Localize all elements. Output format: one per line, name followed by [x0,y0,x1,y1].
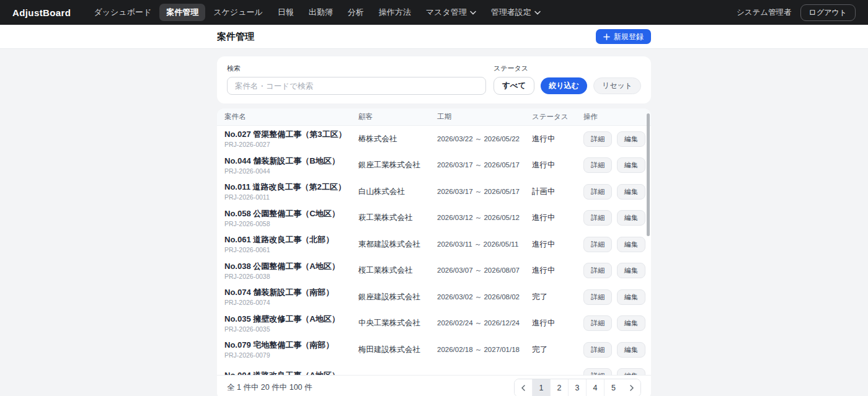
table-row: No.044 舗装新設工事（B地区） PRJ-2026-0044 銀座工業株式会… [217,152,651,179]
table-footer: 全 1 件中 20 件中 100 件 12345 [217,375,651,396]
detail-button[interactable]: 詳細 [583,210,612,226]
edit-button[interactable]: 編集 [617,184,645,200]
chevron-down-icon [534,11,541,15]
page-header: 案件管理 新規登録 [0,25,868,49]
edit-button[interactable]: 編集 [617,342,645,358]
pagination-page-button[interactable]: 5 [604,379,622,396]
customer-name: 中央工業株式会社 [358,318,437,328]
edit-button[interactable]: 編集 [617,131,645,147]
project-period: 2026/03/17 ～ 2026/05/17 [437,161,532,170]
filter-apply-button[interactable]: 絞り込む [541,77,587,94]
nav-item[interactable]: マスタ管理 [419,4,483,21]
project-code: PRJ-2026-0027 [224,141,358,148]
edit-button[interactable]: 編集 [617,237,645,252]
nav-item[interactable]: 分析 [341,4,371,21]
status-label: ステータス [494,64,641,73]
edit-button[interactable]: 編集 [617,263,645,278]
detail-button[interactable]: 詳細 [583,315,612,331]
table-row: No.058 公園整備工事（C地区） PRJ-2026-0058 萩工業株式会社… [217,205,651,232]
nav-item[interactable]: 出勤簿 [302,4,340,21]
detail-button[interactable]: 詳細 [583,289,612,305]
new-project-button[interactable]: 新規登録 [596,29,651,44]
pagination-prev-button[interactable] [515,379,533,396]
project-period: 2026/03/22 ～ 2026/05/22 [437,134,532,144]
project-name: No.061 道路改良工事（北部） [224,235,358,245]
table-row: No.004 道路改良工事（A地区） 詳細 編集 [217,363,651,376]
project-code: PRJ-2026-0035 [224,325,358,333]
vertical-scrollbar-thumb[interactable] [647,113,650,236]
project-code: PRJ-2026-0079 [224,351,358,359]
project-period: 2026/02/18 ～ 2027/01/18 [437,345,532,354]
pagination-page-button[interactable]: 1 [533,379,551,396]
project-status: 完了 [532,292,583,302]
project-period: 2026/03/07 ～ 2026/08/07 [437,266,532,275]
pagination-page-button[interactable]: 2 [551,379,569,396]
customer-name: 椿株式会社 [358,134,437,144]
detail-button[interactable]: 詳細 [583,131,612,147]
new-project-button-label: 新規登録 [614,32,644,42]
nav-item-label: 分析 [348,7,364,18]
nav-item[interactable]: 操作方法 [372,4,418,21]
project-name: No.058 公園整備工事（C地区） [224,209,358,219]
project-code: PRJ-2026-0044 [224,167,358,175]
status-select[interactable]: すべて [494,77,534,95]
pagination-next-button[interactable] [622,379,640,396]
detail-button[interactable]: 詳細 [583,237,612,252]
nav-item[interactable]: ダッシュボード [87,4,158,21]
table-row: No.027 管渠整備工事（第3工区） PRJ-2026-0027 椿株式会社 … [217,126,651,152]
edit-button[interactable]: 編集 [617,289,645,305]
edit-button[interactable]: 編集 [617,368,645,375]
table-row: No.061 道路改良工事（北部） PRJ-2026-0061 東都建設株式会社… [217,231,651,258]
detail-button[interactable]: 詳細 [583,368,612,375]
nav-item-label: スケジュール [213,7,263,18]
logout-button[interactable]: ログアウト [800,4,856,21]
nav-item-label: 管理者設定 [491,7,531,18]
project-period: 2026/03/17 ～ 2026/05/17 [437,187,532,196]
project-status: 進行中 [532,318,583,328]
detail-button[interactable]: 詳細 [583,263,612,278]
detail-button[interactable]: 詳細 [583,184,612,200]
edit-button[interactable]: 編集 [617,210,645,226]
project-code: PRJ-2026-0011 [224,193,358,201]
project-status: 進行中 [532,160,583,170]
edit-button[interactable]: 編集 [617,315,645,331]
project-status: 進行中 [532,265,583,276]
column-header-actions: 操作 [583,112,651,121]
column-header-name: 案件名 [224,112,358,121]
pagination-page-button[interactable]: 3 [569,379,587,396]
nav-item-label: マスタ管理 [426,7,467,18]
column-header-period: 工期 [437,112,532,121]
search-label: 検索 [227,64,486,73]
pagination-page-button[interactable]: 4 [587,379,604,396]
nav-item[interactable]: 案件管理 [159,4,205,21]
project-period: 2026/03/11 ～ 2026/05/11 [437,240,532,249]
project-code: PRJ-2026-0058 [224,220,358,227]
filter-reset-button[interactable]: リセット [593,77,641,94]
project-name: No.027 管渠整備工事（第3工区） [224,130,358,139]
table-header-row: 案件名 顧客 工期 ステータス 操作 [217,108,651,126]
search-input[interactable] [227,77,486,95]
topbar-right: システム管理者 ログアウト [737,4,856,21]
edit-button[interactable]: 編集 [617,157,645,173]
project-name: No.035 擁壁改修工事（A地区） [224,314,358,324]
chevron-left-icon [521,385,526,391]
table-row: No.011 道路改良工事（第2工区） PRJ-2026-0011 白山株式会社… [217,178,651,205]
project-name: No.044 舗装新設工事（B地区） [224,156,358,166]
project-status: 進行中 [532,134,583,144]
nav-item[interactable]: 管理者設定 [484,4,547,21]
table-row: No.038 公園整備工事（A地区） PRJ-2026-0038 桜工業株式会社… [217,258,651,284]
nav-item[interactable]: 日報 [271,4,301,21]
plus-icon [603,33,610,40]
filter-panel: 検索 ステータス すべて 絞り込む リセット [217,56,651,103]
project-name: No.011 道路改良工事（第2工区） [224,182,358,192]
nav-item[interactable]: スケジュール [206,4,270,21]
result-count-summary: 全 1 件中 20 件中 100 件 [227,382,312,393]
detail-button[interactable]: 詳細 [583,342,612,358]
project-period: 2026/03/02 ～ 2026/08/02 [437,293,532,302]
project-table-scroll-area: 案件名 顧客 工期 ステータス 操作 No.027 管渠整備工事（第3工区） P… [217,108,651,375]
customer-name: 東都建設株式会社 [358,239,437,250]
project-status: 計画中 [532,187,583,197]
pagination: 12345 [514,379,641,396]
detail-button[interactable]: 詳細 [583,157,612,173]
project-period: 2026/02/24 ～ 2026/12/24 [437,319,532,328]
